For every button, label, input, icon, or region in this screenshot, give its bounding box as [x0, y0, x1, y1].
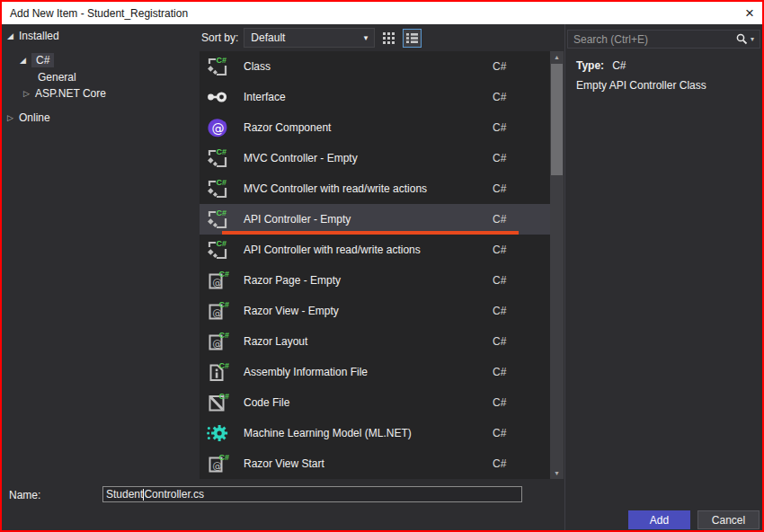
template-description: Empty API Controller Class: [576, 79, 706, 92]
template-item[interactable]: Razor View Start C#: [200, 448, 550, 479]
type-row: Type: C#: [576, 59, 626, 72]
template-item-language: C#: [493, 305, 550, 317]
template-item[interactable]: Razor View - Empty C#: [200, 296, 550, 326]
template-category-tree: ◢ Installed ◢ C# General ▷ ASP.NET Core …: [2, 24, 200, 530]
razor-page-icon: [206, 330, 229, 353]
chevron-down-icon: ▾: [751, 35, 754, 43]
add-button[interactable]: Add: [628, 510, 690, 529]
scroll-down-icon[interactable]: ▼: [550, 467, 564, 479]
csharp-class-icon: [206, 208, 229, 231]
template-item-label: Machine Learning Model (ML.NET): [244, 427, 493, 439]
titlebar: Add New Item - Student_Registration ×: [2, 2, 762, 24]
template-item-label: MVC Controller with read/write actions: [244, 182, 493, 195]
template-item[interactable]: Razor Layout C#: [200, 326, 550, 357]
template-item-label: Razor Component: [244, 121, 493, 134]
template-item-label: Code File: [244, 396, 493, 409]
cancel-button[interactable]: Cancel: [697, 510, 760, 529]
template-item-language: C#: [493, 91, 550, 103]
template-item-language: C#: [493, 396, 550, 409]
template-item-language: C#: [493, 427, 550, 439]
template-item-language: C#: [493, 366, 550, 378]
list-scrollbar: ▲ ▼: [550, 51, 564, 479]
template-item-language: C#: [493, 213, 550, 226]
name-label: Name:: [9, 489, 40, 501]
template-item[interactable]: API Controller with read/write actions C…: [200, 235, 550, 265]
code-file-icon: [206, 391, 229, 414]
template-item[interactable]: Interface C#: [200, 82, 550, 112]
template-item-language: C#: [493, 244, 550, 256]
name-input[interactable]: Student Controller.cs: [102, 486, 522, 502]
type-value: C#: [612, 59, 626, 72]
tree-item-label: General: [38, 71, 76, 84]
medium-icons-view-button[interactable]: [379, 29, 398, 48]
template-item[interactable]: Razor Component C#: [200, 112, 550, 143]
collapse-icon[interactable]: ▷: [23, 89, 35, 98]
tree-item-installed[interactable]: ◢ Installed: [7, 28, 59, 44]
template-item-label: Razor View Start: [244, 457, 493, 470]
razor-component-icon: [206, 116, 229, 139]
search-box: ▾: [567, 30, 760, 49]
add-new-item-dialog: Add New Item - Student_Registration × ◢ …: [0, 0, 764, 532]
csharp-class-icon: [206, 55, 229, 78]
razor-page-icon: [206, 299, 229, 323]
expand-icon[interactable]: ◢: [20, 56, 31, 65]
template-item-selected[interactable]: API Controller - Empty C#: [200, 204, 550, 235]
template-item-label: Razor Layout: [244, 335, 493, 348]
template-item-language: C#: [493, 121, 550, 134]
template-item[interactable]: Assembly Information File C#: [200, 357, 550, 387]
sort-by-label: Sort by:: [201, 31, 238, 44]
close-icon[interactable]: ×: [745, 5, 754, 21]
assembly-info-icon: [206, 360, 229, 384]
csharp-class-icon: [206, 238, 229, 262]
template-item-label: API Controller with read/write actions: [244, 244, 493, 256]
template-list: Class C# Interface C# Razor Component C#…: [200, 51, 550, 479]
search-icon: [736, 33, 748, 45]
csharp-class-icon: [206, 177, 229, 200]
template-item[interactable]: Machine Learning Model (ML.NET) C#: [200, 418, 550, 448]
tree-item-aspnet-core[interactable]: ▷ ASP.NET Core: [23, 85, 106, 102]
template-item-language: C#: [493, 152, 550, 164]
sort-by-dropdown[interactable]: Default ▾: [244, 28, 375, 48]
template-item[interactable]: Class C#: [200, 51, 550, 82]
tree-item-label: ASP.NET Core: [35, 87, 106, 100]
template-item[interactable]: Razor Page - Empty C#: [200, 265, 550, 296]
ml-model-gear-icon: [206, 421, 229, 445]
template-item-label: Razor View - Empty: [244, 305, 493, 317]
tree-item-general[interactable]: General: [38, 69, 76, 85]
search-input[interactable]: [573, 33, 736, 46]
template-item-label: Interface: [244, 91, 493, 103]
tree-item-online[interactable]: ▷ Online: [7, 110, 50, 126]
template-item-language: C#: [493, 274, 550, 287]
list-view-button[interactable]: [403, 29, 422, 48]
tree-item-csharp[interactable]: ◢ C#: [20, 52, 54, 68]
name-value-before-cursor: Student: [106, 488, 143, 501]
template-item[interactable]: MVC Controller with read/write actions C…: [200, 173, 550, 204]
template-item-label: Assembly Information File: [244, 366, 493, 378]
list-toolbar: Sort by: Default ▾: [201, 28, 422, 48]
template-item[interactable]: MVC Controller - Empty C#: [200, 143, 550, 173]
scrollbar-thumb[interactable]: [551, 64, 563, 175]
chevron-down-icon: ▾: [364, 33, 369, 42]
template-item-language: C#: [493, 457, 550, 470]
template-item[interactable]: Code File C#: [200, 387, 550, 418]
scroll-up-icon[interactable]: ▲: [550, 51, 564, 63]
name-value-after-cursor: Controller.cs: [144, 488, 204, 501]
search-button[interactable]: ▾: [736, 33, 754, 45]
tree-item-label: Installed: [19, 30, 59, 42]
template-item-label: Class: [244, 60, 493, 73]
csharp-class-icon: [206, 146, 229, 170]
interface-icon: [206, 85, 229, 109]
collapse-icon[interactable]: ▷: [7, 113, 19, 122]
template-item-language: C#: [493, 182, 550, 195]
type-label: Type:: [576, 59, 604, 72]
template-item-language: C#: [493, 60, 550, 73]
expand-icon[interactable]: ◢: [7, 31, 19, 40]
razor-page-icon: [206, 452, 229, 475]
details-panel: ▾ Type: C# Empty API Controller Class: [564, 24, 762, 530]
tree-item-label: C#: [31, 53, 54, 67]
tree-item-label: Online: [19, 111, 50, 124]
dialog-title: Add New Item - Student_Registration: [10, 7, 188, 20]
list-view-icon: [405, 31, 419, 45]
razor-page-icon: [206, 269, 229, 292]
template-item-language: C#: [493, 335, 550, 348]
